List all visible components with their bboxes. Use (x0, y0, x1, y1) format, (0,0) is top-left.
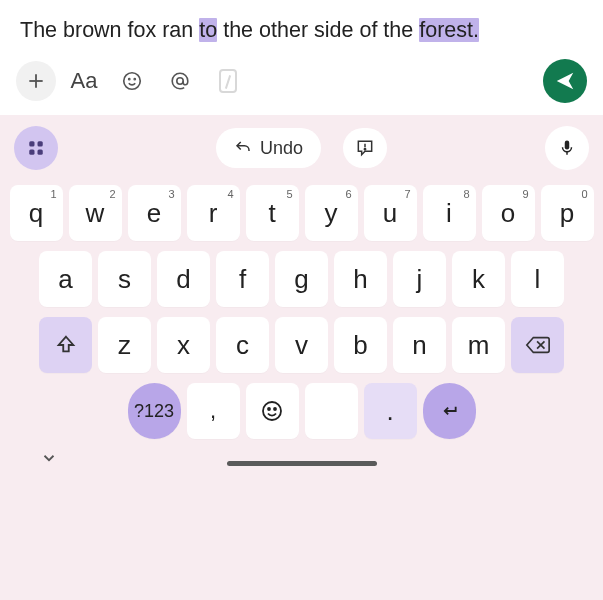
key-h[interactable]: h (334, 251, 387, 307)
svg-point-16 (263, 402, 281, 420)
shift-icon (55, 334, 77, 356)
key-y[interactable]: y6 (305, 185, 358, 241)
key-f[interactable]: f (216, 251, 269, 307)
feedback-button[interactable] (343, 128, 387, 168)
backspace-key[interactable] (511, 317, 564, 373)
collapse-keyboard-button[interactable] (40, 449, 58, 467)
key-g[interactable]: g (275, 251, 328, 307)
key-m[interactable]: m (452, 317, 505, 373)
feedback-icon (355, 138, 375, 158)
keyboard-row-1: q1 w2 e3 r4 t5 y6 u7 i8 o9 p0 (6, 185, 597, 241)
svg-rect-7 (38, 141, 43, 146)
key-b[interactable]: b (334, 317, 387, 373)
return-icon (437, 401, 461, 421)
key-q[interactable]: q1 (10, 185, 63, 241)
undo-label: Undo (260, 138, 303, 159)
svg-point-4 (134, 79, 135, 80)
mic-icon (558, 137, 576, 159)
period-key[interactable]: . (364, 383, 417, 439)
svg-rect-8 (29, 150, 34, 155)
key-i[interactable]: i8 (423, 185, 476, 241)
highlighted-text: to (199, 18, 217, 42)
space-key[interactable] (305, 383, 358, 439)
key-n[interactable]: n (393, 317, 446, 373)
text-format-button[interactable]: Aa (64, 61, 104, 101)
svg-point-5 (177, 78, 183, 84)
send-icon (554, 70, 576, 92)
key-v[interactable]: v (275, 317, 328, 373)
svg-rect-9 (38, 150, 43, 155)
mention-button[interactable] (160, 61, 200, 101)
key-k[interactable]: k (452, 251, 505, 307)
send-button[interactable] (543, 59, 587, 103)
key-r[interactable]: r4 (187, 185, 240, 241)
key-d[interactable]: d (157, 251, 210, 307)
home-handle[interactable] (227, 461, 377, 466)
key-u[interactable]: u7 (364, 185, 417, 241)
emoji-button[interactable] (112, 61, 152, 101)
key-a[interactable]: a (39, 251, 92, 307)
svg-rect-12 (565, 141, 570, 150)
key-c[interactable]: c (216, 317, 269, 373)
highlighted-text: forest. (419, 18, 479, 42)
attach-button[interactable] (208, 61, 248, 101)
chevron-down-icon (40, 449, 58, 467)
smile-icon (260, 399, 284, 423)
keyboard-row-2: a s d f g h j k l (6, 251, 597, 307)
keyboard-row-3: z x c v b n m (6, 317, 597, 373)
svg-point-18 (274, 408, 276, 410)
key-o[interactable]: o9 (482, 185, 535, 241)
comma-key[interactable]: , (187, 383, 240, 439)
key-p[interactable]: p0 (541, 185, 594, 241)
text-segment: The brown fox ran (20, 18, 199, 42)
key-w[interactable]: w2 (69, 185, 122, 241)
symbols-key[interactable]: ?123 (128, 383, 181, 439)
undo-button[interactable]: Undo (216, 128, 321, 168)
grid-icon (27, 139, 45, 157)
keyboard: Undo q1 w2 e3 r4 t5 y6 u7 i8 o9 (0, 115, 603, 600)
undo-icon (234, 139, 252, 157)
keyboard-suggestion-bar: Undo (0, 117, 603, 179)
attach-icon (219, 69, 237, 93)
keyboard-row-4: ?123 , . (6, 383, 597, 439)
emoji-key[interactable] (246, 383, 299, 439)
svg-point-3 (129, 79, 130, 80)
add-button[interactable] (16, 61, 56, 101)
svg-rect-6 (29, 141, 34, 146)
svg-point-2 (124, 73, 141, 90)
text-format-label: Aa (71, 68, 98, 94)
nav-bar (0, 439, 603, 487)
key-e[interactable]: e3 (128, 185, 181, 241)
message-input[interactable]: The brown fox ran to the other side of t… (0, 0, 603, 49)
plus-icon (26, 71, 46, 91)
key-s[interactable]: s (98, 251, 151, 307)
shift-key[interactable] (39, 317, 92, 373)
key-x[interactable]: x (157, 317, 210, 373)
smile-icon (121, 70, 143, 92)
mic-button[interactable] (545, 126, 589, 170)
svg-point-17 (268, 408, 270, 410)
key-t[interactable]: t5 (246, 185, 299, 241)
enter-key[interactable] (423, 383, 476, 439)
keyboard-menu-button[interactable] (14, 126, 58, 170)
key-z[interactable]: z (98, 317, 151, 373)
text-segment: the other side of the (217, 18, 419, 42)
key-j[interactable]: j (393, 251, 446, 307)
svg-point-11 (364, 149, 365, 150)
at-icon (168, 69, 192, 93)
backspace-icon (525, 335, 551, 355)
compose-toolbar: Aa (0, 49, 603, 115)
key-l[interactable]: l (511, 251, 564, 307)
